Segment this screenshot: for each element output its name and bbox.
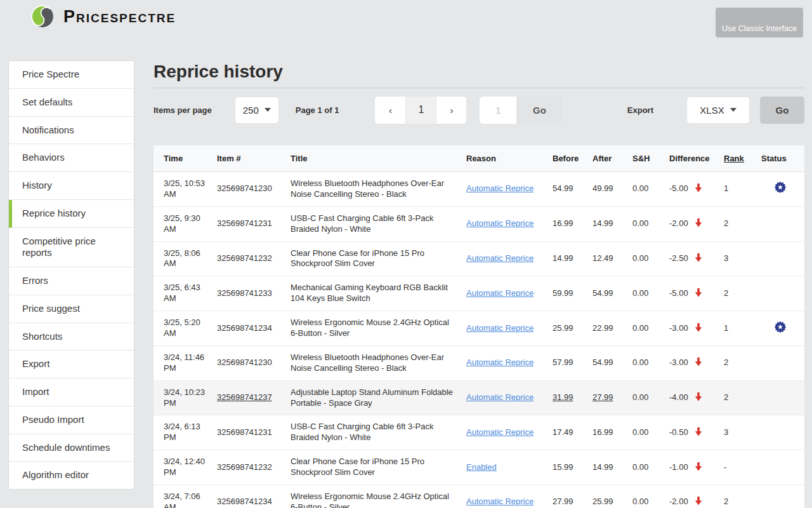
difference-value: -2.00 (669, 497, 688, 506)
sidebar-item-price-spectre[interactable]: Price Spectre (9, 61, 134, 89)
column-header-rank[interactable]: Rank (724, 145, 761, 172)
status-cell (761, 345, 804, 380)
prev-page-button[interactable]: ‹ (375, 97, 405, 124)
rank-value: 3 (724, 415, 761, 450)
sidebar-item-competitive-price-reports[interactable]: Competitive price reports (9, 228, 134, 268)
sidebar-item-errors[interactable]: Errors (9, 267, 134, 295)
items-per-page-select[interactable]: 250 (235, 97, 279, 124)
reason-link[interactable]: Automatic Reprice (466, 392, 534, 402)
reason-link[interactable]: Automatic Reprice (466, 427, 534, 437)
sidebar-item-notifications[interactable]: Notifications (9, 117, 134, 145)
table-header-row: TimeItem #TitleReasonBeforeAfterS&HDiffe… (154, 145, 804, 172)
items-per-page-label: Items per page (154, 105, 212, 115)
reason-link[interactable]: Automatic Reprice (466, 497, 534, 506)
page-jump-input[interactable] (480, 97, 516, 124)
before-price: 17.49 (553, 415, 593, 450)
sidebar-item-shortcuts[interactable]: Shortcuts (9, 323, 134, 351)
export-go-button[interactable]: Go (760, 97, 804, 124)
difference-value: -2.00 (669, 218, 688, 228)
use-classic-interface-button[interactable]: Use Classic Interface (716, 8, 803, 37)
shipping-handling: 0.00 (632, 311, 669, 346)
pagination: ‹ 1 › (374, 96, 467, 124)
table-row: 3/25, 8:06 AM325698741232Clear Phone Cas… (154, 241, 804, 276)
reason-link[interactable]: Automatic Reprice (466, 358, 534, 367)
shipping-handling: 0.00 (632, 345, 669, 380)
export-format-value: XLSX (700, 105, 724, 116)
price-difference: -5.00 (669, 276, 724, 311)
item-number: 325698741230 (217, 345, 291, 380)
reason-cell: Automatic Reprice (466, 206, 553, 241)
shipping-handling: 0.00 (632, 380, 669, 415)
logo-text: Pricespectre (63, 7, 176, 27)
rank-value: 2 (724, 276, 761, 311)
time-cell: 3/24, 11:46 PM (154, 345, 217, 380)
before-price: 15.99 (553, 450, 593, 485)
export-label: Export (627, 105, 653, 115)
app-logo: Pricespectre (30, 4, 176, 29)
page-jump-go-button[interactable]: Go (516, 97, 562, 124)
rank-value: 3 (724, 241, 761, 276)
before-price: 16.99 (553, 206, 593, 241)
sidebar-item-history[interactable]: History (9, 172, 134, 200)
time-cell: 3/24, 7:06 AM (154, 485, 217, 508)
reason-link[interactable]: Automatic Reprice (466, 218, 534, 228)
reason-link[interactable]: Automatic Reprice (466, 184, 534, 193)
after-price: 54.99 (593, 345, 632, 380)
sidebar-item-price-suggest[interactable]: Price suggest (9, 295, 134, 323)
price-difference: -2.50 (669, 241, 724, 276)
decrease-arrow-icon (695, 253, 702, 262)
sidebar-item-set-defaults[interactable]: Set defaults (9, 89, 134, 117)
item-number: 325698741232 (217, 241, 291, 276)
sidebar-item-reprice-history[interactable]: Reprice history (9, 200, 134, 228)
reason-link[interactable]: Automatic Reprice (466, 253, 534, 263)
difference-value: -1.00 (669, 462, 688, 472)
decrease-arrow-icon (695, 288, 702, 297)
before-price: 57.99 (553, 345, 593, 380)
sidebar-item-pseudo-import[interactable]: Pseudo Import (9, 406, 134, 434)
price-difference: -1.00 (669, 450, 724, 485)
time-cell: 3/24, 10:23 PM (154, 380, 217, 415)
rank-value: - (724, 450, 761, 485)
after-price: 14.99 (593, 450, 632, 485)
status-cell (761, 206, 804, 241)
difference-value: -2.50 (669, 253, 688, 263)
time-cell: 3/25, 5:20 AM (154, 311, 217, 346)
chevron-down-icon (265, 108, 271, 112)
item-number: 325698741230 (217, 172, 291, 207)
column-header-reason: Reason (466, 145, 553, 172)
item-number[interactable]: 325698741237 (217, 380, 291, 415)
reason-link[interactable]: Enabled (466, 462, 497, 472)
decrease-arrow-icon (695, 184, 702, 192)
difference-value: -5.00 (669, 288, 688, 298)
sidebar-item-algorithm-editor[interactable]: Algorithm editor (9, 462, 134, 489)
time-cell: 3/25, 9:30 AM (154, 206, 217, 241)
shipping-handling: 0.00 (632, 276, 669, 311)
product-title: Clear Phone Case for iPhone 15 Pro Shock… (291, 450, 466, 485)
table-row: 3/25, 6:43 AM325698741233Mechanical Gami… (154, 276, 804, 311)
column-header-item: Item # (217, 145, 291, 172)
buybox-badge-icon (773, 180, 787, 194)
product-title: Wireless Bluetooth Headphones Over-Ear N… (291, 172, 466, 207)
decrease-arrow-icon (695, 392, 702, 401)
difference-value: -4.00 (669, 392, 688, 402)
difference-value: -5.00 (669, 184, 688, 193)
next-page-button[interactable]: › (436, 97, 466, 124)
column-header-after: After (593, 145, 632, 172)
column-header-s-h: S&H (632, 145, 669, 172)
shipping-handling: 0.00 (632, 241, 669, 276)
export-format-select[interactable]: XLSX (686, 97, 750, 124)
rank-value: 1 (724, 311, 761, 346)
reason-link[interactable]: Automatic Reprice (466, 323, 534, 333)
sidebar-item-import[interactable]: Import (9, 378, 134, 406)
sidebar-item-schedule-downtimes[interactable]: Schedule downtimes (9, 434, 134, 462)
page-jump: Go (480, 97, 562, 124)
table-row: 3/24, 12:40 PM325698741232Clear Phone Ca… (154, 450, 804, 485)
product-title: Mechanical Gaming Keyboard RGB Backlit 1… (291, 276, 466, 311)
sidebar-item-export[interactable]: Export (9, 351, 134, 378)
sidebar-item-behaviors[interactable]: Behaviors (9, 144, 134, 172)
chevron-down-icon (730, 108, 737, 112)
after-price: 16.99 (593, 415, 632, 450)
after-price: 54.99 (593, 276, 632, 311)
reason-link[interactable]: Automatic Reprice (466, 288, 534, 298)
reason-cell: Automatic Reprice (466, 415, 553, 450)
